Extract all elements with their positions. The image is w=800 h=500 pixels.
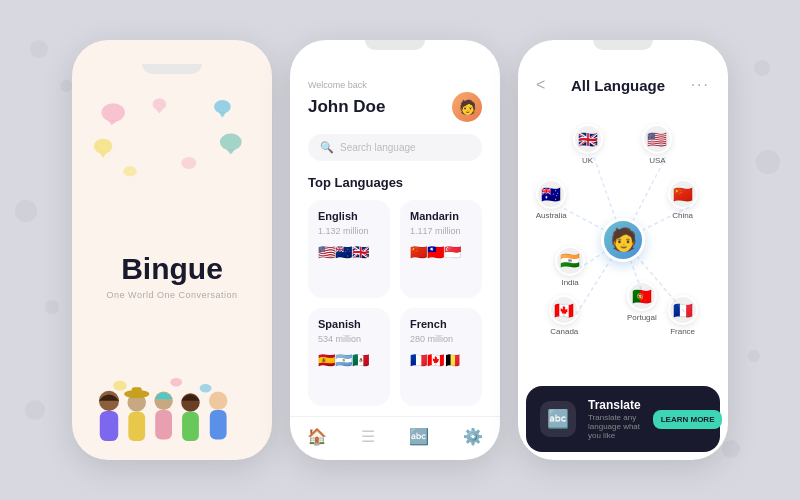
search-icon: 🔍 <box>320 141 334 154</box>
lang-flags-spanish: 🇪🇸🇦🇷🇲🇽 <box>318 352 380 368</box>
center-avatar: 🧑 <box>601 218 645 262</box>
notch-3 <box>593 40 653 50</box>
svg-point-0 <box>101 103 125 121</box>
language-card-french[interactable]: French 280 million 🇫🇷🇨🇦🇧🇪 <box>400 308 482 406</box>
bottom-nav: 🏠 ☰ 🔤 ⚙️ <box>290 416 500 460</box>
search-placeholder: Search language <box>340 142 416 153</box>
translate-text: Translate Translate any language what yo… <box>588 398 641 440</box>
svg-rect-13 <box>100 411 118 441</box>
china-flag: 🇨🇳 <box>668 179 698 209</box>
translate-icon-wrap: 🔤 <box>540 401 576 437</box>
china-label: China <box>672 211 693 220</box>
bubbles-svg <box>88 82 256 202</box>
splash-logo: Bingue One World One Conversation <box>107 202 238 350</box>
learn-more-button[interactable]: LEARN MORE <box>653 410 723 429</box>
svg-point-25 <box>170 378 182 386</box>
user-greeting: John Doe 🧑 <box>308 92 482 122</box>
country-canada[interactable]: 🇨🇦 Canada <box>549 295 579 336</box>
welcome-text: Welcome back <box>308 80 482 90</box>
usa-label: USA <box>649 156 665 165</box>
india-flag: 🇮🇳 <box>555 246 585 276</box>
back-button[interactable]: < <box>536 76 545 94</box>
country-map: 🇬🇧 UK 🇺🇸 USA 🇦🇺 Australia 🇮🇳 India 🇨🇳 Ch… <box>526 102 720 378</box>
canada-label: Canada <box>550 327 578 336</box>
app-name: Bingue <box>121 252 223 286</box>
translate-subtitle: Translate any language what you like <box>588 413 641 440</box>
country-australia[interactable]: 🇦🇺 Australia <box>536 179 567 220</box>
country-india[interactable]: 🇮🇳 India <box>555 246 585 287</box>
translate-banner: 🔤 Translate Translate any language what … <box>526 386 720 452</box>
australia-label: Australia <box>536 211 567 220</box>
country-usa[interactable]: 🇺🇸 USA <box>642 124 672 165</box>
translate-title: Translate <box>588 398 641 412</box>
alllang-title: All Language <box>571 77 665 94</box>
notch <box>142 64 202 74</box>
lang-name-mandarin: Mandarin <box>410 210 472 222</box>
svg-point-24 <box>113 381 126 391</box>
lang-name-english: English <box>318 210 380 222</box>
svg-marker-3 <box>219 113 226 118</box>
people-svg <box>88 350 256 460</box>
lang-flags-mandarin: 🇨🇳🇹🇼🇸🇬 <box>410 244 472 260</box>
username: John Doe <box>308 97 385 117</box>
svg-marker-1 <box>108 120 118 125</box>
country-portugal[interactable]: 🇵🇹 Portugal <box>627 281 657 322</box>
lang-count-spanish: 534 million <box>318 334 380 344</box>
country-china[interactable]: 🇨🇳 China <box>668 179 698 220</box>
splash-bubbles <box>88 82 256 202</box>
svg-marker-7 <box>156 109 163 113</box>
lang-name-french: French <box>410 318 472 330</box>
home-icon[interactable]: 🏠 <box>307 427 327 446</box>
lang-count-french: 280 million <box>410 334 472 344</box>
svg-marker-5 <box>100 153 107 158</box>
alllang-screen: < All Language ··· 🇬🇧 UK 🇺🇸 USA 🇦🇺 Austr… <box>518 40 728 460</box>
svg-marker-9 <box>227 150 235 155</box>
svg-rect-19 <box>155 410 172 439</box>
svg-rect-17 <box>132 387 142 395</box>
france-label: France <box>670 327 695 336</box>
lang-flags-french: 🇫🇷🇨🇦🇧🇪 <box>410 352 472 368</box>
tagline: One World One Conversation <box>107 290 238 300</box>
svg-point-8 <box>220 134 242 151</box>
lang-header: Welcome back John Doe 🧑 <box>290 58 500 134</box>
logo-text: Bingue <box>121 252 223 285</box>
language-card-english[interactable]: English 1.132 million 🇺🇸🇳🇿🇬🇧 <box>308 200 390 298</box>
lang-name-spanish: Spanish <box>318 318 380 330</box>
svg-rect-15 <box>128 412 145 441</box>
canada-flag: 🇨🇦 <box>549 295 579 325</box>
svg-point-22 <box>209 392 227 410</box>
france-flag: 🇫🇷 <box>668 295 698 325</box>
australia-flag: 🇦🇺 <box>536 179 566 209</box>
uk-label: UK <box>582 156 593 165</box>
india-label: India <box>561 278 578 287</box>
lang-count-english: 1.132 million <box>318 226 380 236</box>
languages-screen: Welcome back John Doe 🧑 🔍 Search languag… <box>290 40 500 460</box>
country-france[interactable]: 🇫🇷 France <box>668 295 698 336</box>
splash-screen: Bingue One World One Conversation <box>72 40 272 460</box>
search-bar[interactable]: 🔍 Search language <box>308 134 482 161</box>
language-card-spanish[interactable]: Spanish 534 million 🇪🇸🇦🇷🇲🇽 <box>308 308 390 406</box>
avatar: 🧑 <box>452 92 482 122</box>
svg-point-26 <box>200 384 212 392</box>
translate-nav-icon[interactable]: 🔤 <box>409 427 429 446</box>
usa-flag: 🇺🇸 <box>642 124 672 154</box>
splash-people <box>88 350 256 460</box>
alllang-header: < All Language ··· <box>518 58 728 102</box>
language-card-mandarin[interactable]: Mandarin 1.117 million 🇨🇳🇹🇼🇸🇬 <box>400 200 482 298</box>
translate-icon: 🔤 <box>547 408 569 430</box>
uk-flag: 🇬🇧 <box>573 124 603 154</box>
svg-point-6 <box>153 98 166 110</box>
country-uk[interactable]: 🇬🇧 UK <box>573 124 603 165</box>
svg-rect-21 <box>182 412 199 441</box>
language-grid: English 1.132 million 🇺🇸🇳🇿🇬🇧 Mandarin 1.… <box>290 200 500 406</box>
more-button[interactable]: ··· <box>691 76 710 94</box>
lang-count-mandarin: 1.117 million <box>410 226 472 236</box>
lang-flags-english: 🇺🇸🇳🇿🇬🇧 <box>318 244 380 260</box>
section-title: Top Languages <box>290 175 500 200</box>
svg-rect-23 <box>210 410 227 439</box>
notch-2 <box>365 40 425 50</box>
list-icon[interactable]: ☰ <box>361 427 375 446</box>
svg-point-4 <box>94 139 112 154</box>
svg-point-2 <box>214 100 231 113</box>
settings-icon[interactable]: ⚙️ <box>463 427 483 446</box>
